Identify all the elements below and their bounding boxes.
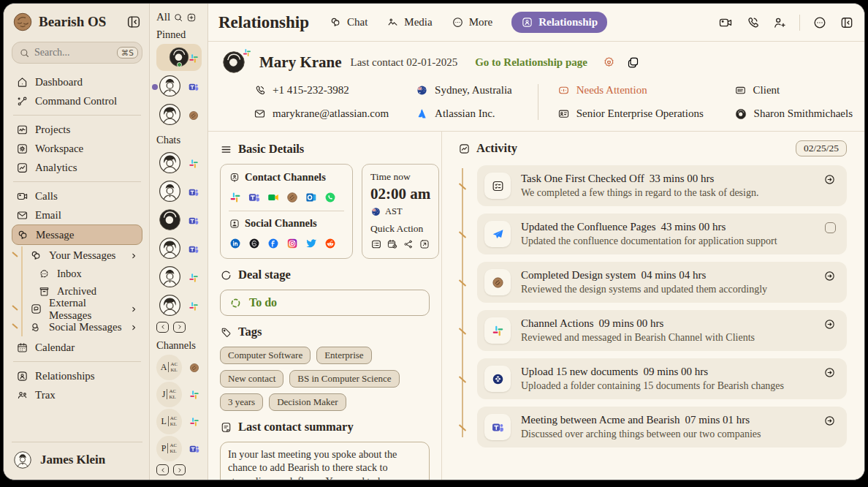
activity-item-title: Meeting between Acme and Bearish bbox=[521, 414, 679, 426]
open-activity-button[interactable] bbox=[823, 415, 836, 429]
activity-item[interactable]: Meeting between Acme and Bearish07 mins … bbox=[477, 407, 847, 448]
filter-all[interactable]: All bbox=[156, 11, 170, 23]
pinned-conversation[interactable] bbox=[156, 101, 202, 128]
tab-media[interactable]: Media bbox=[387, 16, 432, 29]
sidebar-item-projects[interactable]: Projects bbox=[12, 120, 142, 139]
sidebar-item-dashboard[interactable]: Dashboard bbox=[12, 72, 142, 91]
open-activity-button[interactable] bbox=[823, 318, 836, 333]
tab-chat[interactable]: Chat bbox=[330, 16, 368, 29]
google-meet-icon[interactable] bbox=[267, 191, 280, 204]
activity-item[interactable]: Channel Actions09 mins 00 hrs Reviewed a… bbox=[477, 310, 847, 351]
go-to-relationship-link[interactable]: Go to Relationship page bbox=[475, 56, 587, 69]
sidebar-item-inbox[interactable]: Inbox bbox=[23, 265, 142, 282]
chat-conversation[interactable] bbox=[156, 206, 202, 233]
slack-icon[interactable] bbox=[229, 191, 242, 204]
sidebar-item-trax[interactable]: Trax bbox=[12, 385, 142, 404]
deal-stage-select[interactable]: To do bbox=[220, 290, 430, 316]
sidebar-item-your-messages[interactable]: Your Messages bbox=[23, 246, 142, 265]
activity-date-badge[interactable]: 02/25/25 bbox=[796, 140, 847, 156]
calendar-clock-icon[interactable] bbox=[387, 238, 398, 250]
sidebar-collapse-button[interactable] bbox=[125, 13, 142, 31]
sidebar-item-calls[interactable]: Calls bbox=[12, 186, 142, 205]
sidebar-item-external-messages[interactable]: External Messages bbox=[23, 300, 142, 318]
share-nodes-icon[interactable] bbox=[403, 238, 414, 250]
add-conversation-icon[interactable] bbox=[186, 12, 197, 23]
tag-pill[interactable]: New contact bbox=[220, 370, 283, 388]
tab-relationship[interactable]: Relationship bbox=[511, 12, 607, 33]
add-person-icon[interactable] bbox=[772, 15, 787, 30]
search-input[interactable] bbox=[34, 47, 97, 58]
activity-item[interactable]: Completed Design system04 mins 04 hrs Re… bbox=[477, 262, 847, 303]
linkedin-icon[interactable] bbox=[229, 237, 242, 250]
activity-checkbox[interactable] bbox=[825, 222, 836, 233]
chat-conversation[interactable] bbox=[156, 263, 202, 290]
open-activity-button[interactable] bbox=[823, 173, 836, 188]
avatar bbox=[156, 72, 183, 99]
tag-pill[interactable]: Enterprise bbox=[316, 347, 371, 364]
chats-prev-button[interactable] bbox=[156, 322, 169, 333]
sidebar-item-email[interactable]: Email bbox=[12, 205, 142, 224]
activity-title: Activity bbox=[476, 141, 517, 156]
channel-item[interactable]: LACKL bbox=[156, 409, 202, 434]
open-activity-button[interactable] bbox=[823, 366, 836, 381]
bearish-coin-icon[interactable] bbox=[286, 191, 299, 204]
chat-conversation[interactable] bbox=[156, 178, 202, 205]
search-icon[interactable] bbox=[173, 12, 183, 23]
channels-next-button[interactable] bbox=[173, 464, 186, 475]
phone-call-icon[interactable] bbox=[745, 15, 760, 30]
search-box[interactable]: ⌘S bbox=[12, 42, 142, 64]
sidebar-item-label: Social Messages bbox=[49, 321, 122, 333]
threads-icon[interactable] bbox=[248, 237, 261, 250]
video-call-icon[interactable] bbox=[718, 15, 733, 30]
copy-stack-button[interactable] bbox=[626, 56, 640, 69]
sidebar-item-command-control[interactable]: Command Control bbox=[12, 91, 142, 110]
twitter-icon[interactable] bbox=[305, 237, 318, 250]
tag-pill[interactable]: 3 years bbox=[220, 393, 263, 411]
user-footer[interactable]: James Klein bbox=[12, 442, 142, 471]
whatsapp-icon[interactable] bbox=[324, 191, 337, 204]
reddit-icon[interactable] bbox=[324, 237, 337, 250]
pinned-conversation[interactable] bbox=[156, 44, 202, 71]
open-link-icon[interactable] bbox=[419, 238, 430, 250]
contact-header: Mary Krane Last contact 02-01-2025 Go to… bbox=[208, 42, 864, 132]
more-options-icon[interactable] bbox=[812, 15, 827, 30]
outlook-icon[interactable] bbox=[305, 191, 318, 204]
chats-next-button[interactable] bbox=[173, 322, 186, 333]
tab-more[interactable]: More bbox=[452, 16, 493, 29]
channel-item[interactable]: AACKL bbox=[156, 355, 202, 380]
open-activity-button[interactable] bbox=[823, 270, 836, 284]
channel-item[interactable]: JACKL bbox=[156, 382, 202, 407]
sidebar-item-label: Workspace bbox=[35, 143, 83, 155]
sidebar-item-social-messages[interactable]: Social Messages bbox=[23, 318, 142, 336]
slack-badge-icon bbox=[189, 416, 200, 428]
chat-conversation[interactable] bbox=[156, 292, 202, 319]
tag-pill[interactable]: Computer Software bbox=[220, 347, 311, 364]
sidebar-item-label: Inbox bbox=[57, 268, 82, 280]
collapse-panel-icon[interactable] bbox=[840, 15, 854, 30]
sidebar-item-calendar[interactable]: Calendar bbox=[12, 338, 142, 357]
teams-icon[interactable] bbox=[248, 191, 261, 204]
channels-prev-button[interactable] bbox=[156, 464, 169, 475]
chat-conversation[interactable] bbox=[156, 235, 202, 262]
task-card-icon[interactable] bbox=[370, 238, 382, 250]
activity-item[interactable]: Task One First Checked Off33 mins 00 hrs… bbox=[477, 165, 847, 206]
pinned-conversation[interactable] bbox=[156, 72, 202, 99]
sidebar-item-analytics[interactable]: Analytics bbox=[12, 158, 142, 177]
tag-pill[interactable]: BS in Computer Science bbox=[289, 370, 399, 388]
activity-item[interactable]: Updated the Confluence Pages43 mins 00 h… bbox=[477, 214, 847, 254]
sidebar-item-message[interactable]: Message bbox=[12, 224, 142, 245]
sidebar-item-label: Your Messages bbox=[49, 249, 115, 262]
chat-conversation[interactable] bbox=[156, 149, 202, 176]
activity-item[interactable]: Upload 15 new documents09 mins 00 hrs Up… bbox=[477, 358, 847, 399]
sidebar-item-workspace[interactable]: Workspace bbox=[12, 139, 142, 158]
sidebar: Bearish OS ⌘S Dashboard Command Control … bbox=[4, 4, 150, 480]
sidebar-item-relationships[interactable]: Relationships bbox=[12, 366, 142, 385]
slack-icon bbox=[491, 324, 505, 338]
stacked-cards-icon bbox=[626, 56, 640, 69]
favorite-badge-button[interactable] bbox=[602, 56, 616, 69]
facebook-icon[interactable] bbox=[267, 237, 280, 250]
instagram-icon[interactable] bbox=[286, 237, 299, 250]
channel-item[interactable]: PACKL bbox=[156, 436, 202, 461]
tag-pill[interactable]: Decision Maker bbox=[269, 393, 346, 411]
inbox-icon bbox=[38, 268, 50, 280]
